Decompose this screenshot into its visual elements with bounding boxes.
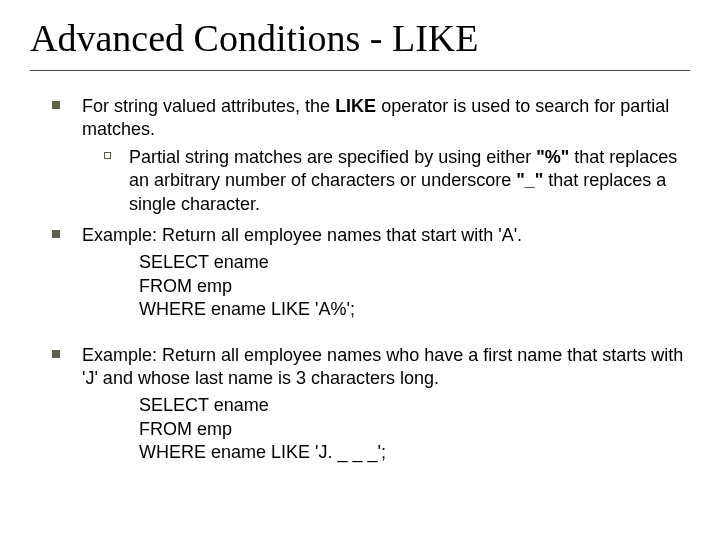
underscore-wildcard: "_": [516, 170, 543, 190]
code-line: WHERE ename LIKE 'A%';: [139, 298, 690, 321]
slide-title: Advanced Conditions - LIKE: [30, 16, 690, 71]
code-line: FROM emp: [139, 275, 690, 298]
bullet-item-3: Example: Return all employee names who h…: [52, 344, 690, 391]
code-line: FROM emp: [139, 418, 690, 441]
hollow-square-bullet-icon: [104, 152, 111, 159]
bullet-item-1: For string valued attributes, the LIKE o…: [52, 95, 690, 142]
bullet-item-2: Example: Return all employee names that …: [52, 224, 690, 247]
square-bullet-icon: [52, 350, 60, 358]
bullet-text: Example: Return all employee names who h…: [82, 344, 690, 391]
subbullet-text: Partial string matches are specified by …: [129, 146, 690, 216]
square-bullet-icon: [52, 230, 60, 238]
square-bullet-icon: [52, 101, 60, 109]
text-fragment: Partial string matches are specified by …: [129, 147, 536, 167]
code-line: SELECT ename: [139, 251, 690, 274]
code-line: WHERE ename LIKE 'J. _ _ _';: [139, 441, 690, 464]
subbullet-item: Partial string matches are specified by …: [104, 146, 690, 216]
text-fragment: For string valued attributes, the: [82, 96, 335, 116]
bullet-text: Example: Return all employee names that …: [82, 224, 690, 247]
percent-wildcard: "%": [536, 147, 569, 167]
code-line: SELECT ename: [139, 394, 690, 417]
bullet-text: For string valued attributes, the LIKE o…: [82, 95, 690, 142]
like-keyword: LIKE: [335, 96, 376, 116]
slide-body: For string valued attributes, the LIKE o…: [30, 95, 690, 464]
